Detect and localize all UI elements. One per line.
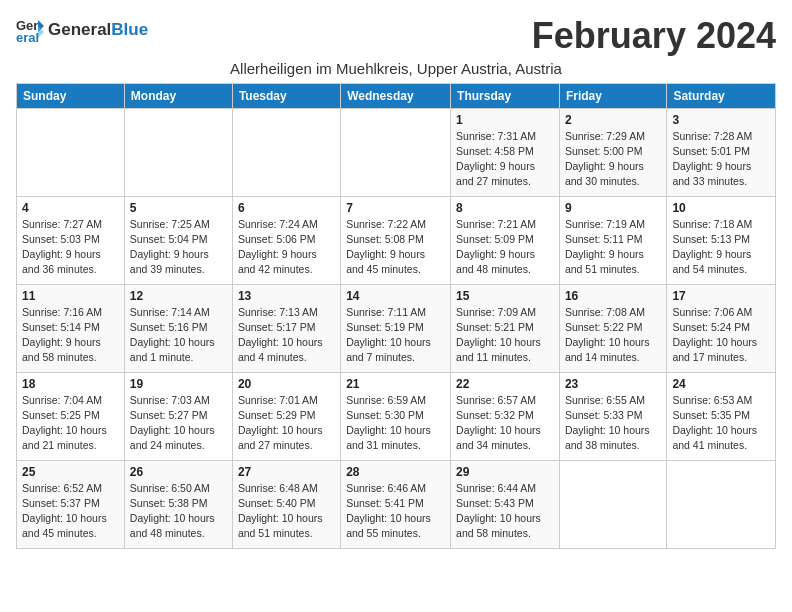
day-number: 25	[22, 465, 119, 479]
cell-1-1: 5Sunrise: 7:25 AMSunset: 5:04 PMDaylight…	[124, 196, 232, 284]
cell-3-5: 23Sunrise: 6:55 AMSunset: 5:33 PMDayligh…	[559, 372, 666, 460]
cell-4-4: 29Sunrise: 6:44 AMSunset: 5:43 PMDayligh…	[451, 460, 560, 548]
logo: Gen eral GeneralBlue	[16, 16, 148, 44]
day-number: 5	[130, 201, 227, 215]
day-info: Sunrise: 6:57 AMSunset: 5:32 PMDaylight:…	[456, 393, 554, 454]
day-number: 4	[22, 201, 119, 215]
header-monday: Monday	[124, 83, 232, 108]
cell-4-6	[667, 460, 776, 548]
day-number: 23	[565, 377, 661, 391]
header-sunday: Sunday	[17, 83, 125, 108]
day-info: Sunrise: 6:48 AMSunset: 5:40 PMDaylight:…	[238, 481, 335, 542]
header-thursday: Thursday	[451, 83, 560, 108]
day-info: Sunrise: 6:52 AMSunset: 5:37 PMDaylight:…	[22, 481, 119, 542]
week-row-2: 4Sunrise: 7:27 AMSunset: 5:03 PMDaylight…	[17, 196, 776, 284]
cell-3-3: 21Sunrise: 6:59 AMSunset: 5:30 PMDayligh…	[341, 372, 451, 460]
day-info: Sunrise: 6:55 AMSunset: 5:33 PMDaylight:…	[565, 393, 661, 454]
day-info: Sunrise: 7:11 AMSunset: 5:19 PMDaylight:…	[346, 305, 445, 366]
cell-3-4: 22Sunrise: 6:57 AMSunset: 5:32 PMDayligh…	[451, 372, 560, 460]
page-header: Gen eral GeneralBlue February 2024	[16, 16, 776, 56]
day-info: Sunrise: 7:06 AMSunset: 5:24 PMDaylight:…	[672, 305, 770, 366]
day-number: 29	[456, 465, 554, 479]
cell-0-5: 2Sunrise: 7:29 AMSunset: 5:00 PMDaylight…	[559, 108, 666, 196]
day-number: 8	[456, 201, 554, 215]
week-row-3: 11Sunrise: 7:16 AMSunset: 5:14 PMDayligh…	[17, 284, 776, 372]
cell-4-5	[559, 460, 666, 548]
cell-3-1: 19Sunrise: 7:03 AMSunset: 5:27 PMDayligh…	[124, 372, 232, 460]
day-number: 16	[565, 289, 661, 303]
day-info: Sunrise: 7:21 AMSunset: 5:09 PMDaylight:…	[456, 217, 554, 278]
cell-0-0	[17, 108, 125, 196]
cell-1-0: 4Sunrise: 7:27 AMSunset: 5:03 PMDaylight…	[17, 196, 125, 284]
cell-2-2: 13Sunrise: 7:13 AMSunset: 5:17 PMDayligh…	[232, 284, 340, 372]
day-info: Sunrise: 7:28 AMSunset: 5:01 PMDaylight:…	[672, 129, 770, 190]
day-number: 13	[238, 289, 335, 303]
week-row-4: 18Sunrise: 7:04 AMSunset: 5:25 PMDayligh…	[17, 372, 776, 460]
day-info: Sunrise: 7:01 AMSunset: 5:29 PMDaylight:…	[238, 393, 335, 454]
days-header-row: Sunday Monday Tuesday Wednesday Thursday…	[17, 83, 776, 108]
day-number: 2	[565, 113, 661, 127]
week-row-1: 1Sunrise: 7:31 AMSunset: 4:58 PMDaylight…	[17, 108, 776, 196]
day-info: Sunrise: 7:14 AMSunset: 5:16 PMDaylight:…	[130, 305, 227, 366]
cell-4-2: 27Sunrise: 6:48 AMSunset: 5:40 PMDayligh…	[232, 460, 340, 548]
cell-1-4: 8Sunrise: 7:21 AMSunset: 5:09 PMDaylight…	[451, 196, 560, 284]
header-tuesday: Tuesday	[232, 83, 340, 108]
day-info: Sunrise: 7:16 AMSunset: 5:14 PMDaylight:…	[22, 305, 119, 366]
day-info: Sunrise: 7:03 AMSunset: 5:27 PMDaylight:…	[130, 393, 227, 454]
header-saturday: Saturday	[667, 83, 776, 108]
day-info: Sunrise: 7:29 AMSunset: 5:00 PMDaylight:…	[565, 129, 661, 190]
cell-2-0: 11Sunrise: 7:16 AMSunset: 5:14 PMDayligh…	[17, 284, 125, 372]
logo-blue: Blue	[111, 20, 148, 39]
cell-3-2: 20Sunrise: 7:01 AMSunset: 5:29 PMDayligh…	[232, 372, 340, 460]
cell-0-6: 3Sunrise: 7:28 AMSunset: 5:01 PMDaylight…	[667, 108, 776, 196]
day-info: Sunrise: 7:18 AMSunset: 5:13 PMDaylight:…	[672, 217, 770, 278]
day-number: 19	[130, 377, 227, 391]
day-info: Sunrise: 7:27 AMSunset: 5:03 PMDaylight:…	[22, 217, 119, 278]
day-number: 10	[672, 201, 770, 215]
day-number: 11	[22, 289, 119, 303]
cell-4-1: 26Sunrise: 6:50 AMSunset: 5:38 PMDayligh…	[124, 460, 232, 548]
day-number: 1	[456, 113, 554, 127]
day-info: Sunrise: 7:08 AMSunset: 5:22 PMDaylight:…	[565, 305, 661, 366]
day-number: 28	[346, 465, 445, 479]
day-info: Sunrise: 7:09 AMSunset: 5:21 PMDaylight:…	[456, 305, 554, 366]
cell-0-4: 1Sunrise: 7:31 AMSunset: 4:58 PMDaylight…	[451, 108, 560, 196]
day-number: 12	[130, 289, 227, 303]
day-number: 21	[346, 377, 445, 391]
day-info: Sunrise: 6:44 AMSunset: 5:43 PMDaylight:…	[456, 481, 554, 542]
day-info: Sunrise: 7:19 AMSunset: 5:11 PMDaylight:…	[565, 217, 661, 278]
day-info: Sunrise: 7:31 AMSunset: 4:58 PMDaylight:…	[456, 129, 554, 190]
day-info: Sunrise: 6:53 AMSunset: 5:35 PMDaylight:…	[672, 393, 770, 454]
day-number: 27	[238, 465, 335, 479]
day-number: 26	[130, 465, 227, 479]
header-wednesday: Wednesday	[341, 83, 451, 108]
cell-1-6: 10Sunrise: 7:18 AMSunset: 5:13 PMDayligh…	[667, 196, 776, 284]
cell-2-6: 17Sunrise: 7:06 AMSunset: 5:24 PMDayligh…	[667, 284, 776, 372]
month-title: February 2024	[532, 16, 776, 56]
cell-2-5: 16Sunrise: 7:08 AMSunset: 5:22 PMDayligh…	[559, 284, 666, 372]
cell-3-6: 24Sunrise: 6:53 AMSunset: 5:35 PMDayligh…	[667, 372, 776, 460]
cell-2-3: 14Sunrise: 7:11 AMSunset: 5:19 PMDayligh…	[341, 284, 451, 372]
day-info: Sunrise: 7:04 AMSunset: 5:25 PMDaylight:…	[22, 393, 119, 454]
svg-text:eral: eral	[16, 30, 39, 44]
day-number: 9	[565, 201, 661, 215]
day-number: 17	[672, 289, 770, 303]
cell-3-0: 18Sunrise: 7:04 AMSunset: 5:25 PMDayligh…	[17, 372, 125, 460]
day-info: Sunrise: 6:59 AMSunset: 5:30 PMDaylight:…	[346, 393, 445, 454]
cell-0-1	[124, 108, 232, 196]
day-info: Sunrise: 7:24 AMSunset: 5:06 PMDaylight:…	[238, 217, 335, 278]
day-info: Sunrise: 7:13 AMSunset: 5:17 PMDaylight:…	[238, 305, 335, 366]
day-number: 14	[346, 289, 445, 303]
title-block: February 2024	[532, 16, 776, 56]
day-number: 6	[238, 201, 335, 215]
header-friday: Friday	[559, 83, 666, 108]
calendar-table: Sunday Monday Tuesday Wednesday Thursday…	[16, 83, 776, 549]
day-number: 20	[238, 377, 335, 391]
cell-1-3: 7Sunrise: 7:22 AMSunset: 5:08 PMDaylight…	[341, 196, 451, 284]
day-info: Sunrise: 6:46 AMSunset: 5:41 PMDaylight:…	[346, 481, 445, 542]
cell-0-2	[232, 108, 340, 196]
cell-2-1: 12Sunrise: 7:14 AMSunset: 5:16 PMDayligh…	[124, 284, 232, 372]
cell-2-4: 15Sunrise: 7:09 AMSunset: 5:21 PMDayligh…	[451, 284, 560, 372]
logo-icon: Gen eral	[16, 16, 44, 44]
cell-1-5: 9Sunrise: 7:19 AMSunset: 5:11 PMDaylight…	[559, 196, 666, 284]
